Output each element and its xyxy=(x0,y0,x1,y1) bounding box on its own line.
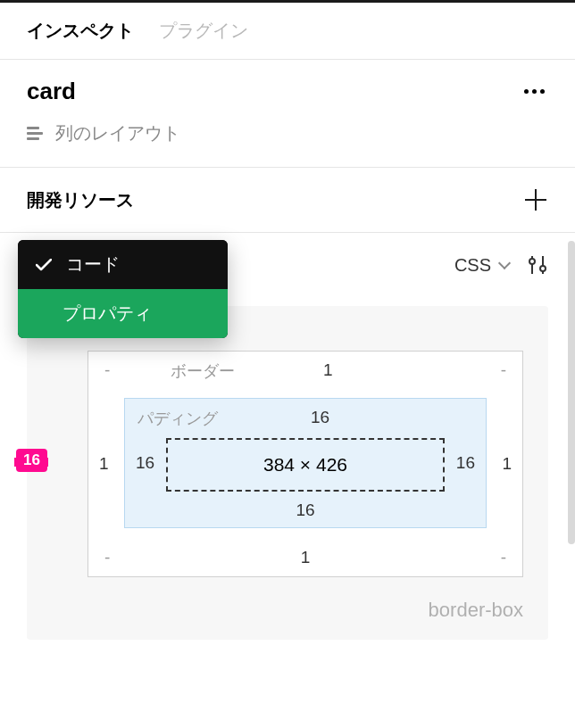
chevron-down-icon xyxy=(498,259,511,271)
tab-plugins[interactable]: プラグイン xyxy=(159,19,248,43)
top-tabs: インスペクト プラグイン xyxy=(0,3,575,60)
layout-label: 列のレイアウト xyxy=(55,121,180,145)
layout-row: 列のレイアウト xyxy=(27,121,548,145)
css-language-label: CSS xyxy=(454,255,491,276)
border-radius-br: - xyxy=(501,548,506,567)
dev-resources-title: 開発リソース xyxy=(27,188,134,212)
spacing-badge: 16 xyxy=(16,449,47,472)
dropdown-item-properties-label: プロパティ xyxy=(62,302,152,326)
box-model: 16 ボーダー 1 1 1 1 - - - - パディング 16 16 16 1… xyxy=(27,306,548,640)
dropdown-item-code[interactable]: コード xyxy=(18,240,228,289)
dropdown-item-code-label: コード xyxy=(66,252,120,277)
content-dimensions: 384 × 426 xyxy=(166,438,445,492)
svg-point-3 xyxy=(540,266,546,271)
column-layout-icon xyxy=(27,127,43,140)
padding-right: 16 xyxy=(456,453,475,473)
plus-icon[interactable] xyxy=(523,187,548,212)
more-icon[interactable] xyxy=(521,86,548,97)
border-right: 1 xyxy=(502,454,512,474)
code-mode-dropdown: コード プロパティ xyxy=(18,240,228,338)
padding-label: パディング xyxy=(138,408,218,429)
layer-header: card xyxy=(27,78,548,105)
dropdown-item-properties[interactable]: プロパティ xyxy=(18,289,228,338)
scrollbar[interactable] xyxy=(568,241,575,544)
code-section: コード プロパティ CSS 16 ボーダー 1 1 xyxy=(0,233,575,661)
border-label: ボーダー xyxy=(171,360,235,382)
padding-bottom: 16 xyxy=(296,500,314,520)
dev-resources-header: 開発リソース xyxy=(0,168,575,233)
tab-inspect[interactable]: インスペクト xyxy=(27,19,134,43)
check-icon xyxy=(34,255,54,275)
padding-box: パディング 16 16 16 16 384 × 426 xyxy=(124,398,487,528)
layer-section: card 列のレイアウト xyxy=(0,60,575,168)
settings-icon[interactable] xyxy=(527,254,548,276)
border-bottom: 1 xyxy=(301,548,311,567)
border-left: 1 xyxy=(99,454,109,474)
padding-left: 16 xyxy=(136,453,154,473)
padding-top: 16 xyxy=(311,408,329,427)
box-sizing-label: border-box xyxy=(52,599,523,622)
border-radius-tr: - xyxy=(501,360,506,380)
border-radius-tl: - xyxy=(104,360,110,380)
layer-name: card xyxy=(27,78,76,105)
border-top: 1 xyxy=(323,360,333,380)
border-radius-bl: - xyxy=(104,548,110,567)
css-language-select[interactable]: CSS xyxy=(454,255,511,276)
svg-point-2 xyxy=(529,259,535,264)
border-box: ボーダー 1 1 1 1 - - - - パディング 16 16 16 16 3… xyxy=(88,351,523,577)
